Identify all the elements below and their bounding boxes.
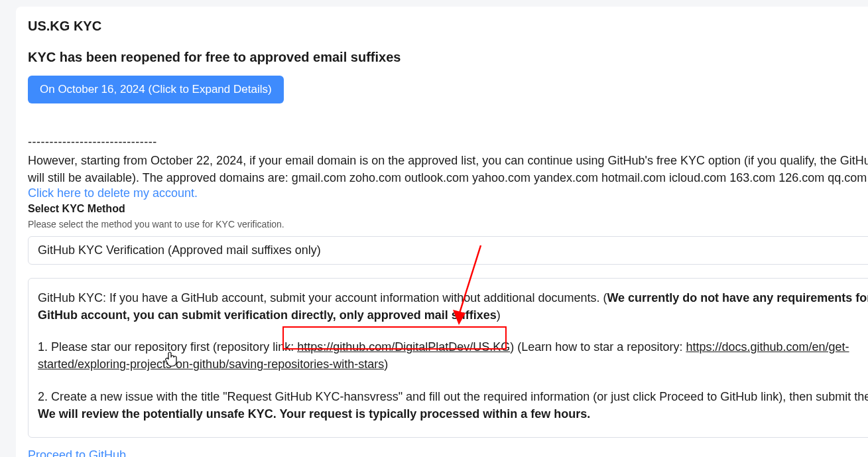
delete-account-link[interactable]: Click here to delete my account. <box>28 186 198 200</box>
expand-details-button[interactable]: On October 16, 2024 (Click to Expand Det… <box>28 76 284 103</box>
kyc-info-paragraph: However, starting from October 22, 2024,… <box>28 152 868 186</box>
instruction-intro: GitHub KYC: If you have a GitHub account… <box>38 289 868 324</box>
proceed-to-github-link[interactable]: Proceed to GitHub <box>28 448 126 457</box>
divider: ------------------------------ <box>28 135 868 149</box>
kyc-instruction-box: GitHub KYC: If you have a GitHub account… <box>28 278 868 438</box>
page-title: US.KG KYC <box>28 19 868 34</box>
instruction-step2: 2. Create a new issue with the title "Re… <box>38 388 868 423</box>
kyc-card: US.KG KYC KYC has been reopened for free… <box>16 7 868 457</box>
repo-link[interactable]: https://github.com/DigitalPlatDev/US.KG <box>297 340 510 354</box>
kyc-method-selected-value: GitHub KYC Verification (Approved mail s… <box>38 243 321 257</box>
subtitle: KYC has been reopened for free to approv… <box>28 50 868 65</box>
instruction-step1: 1. Please star our repository first (rep… <box>38 338 868 373</box>
kyc-method-select[interactable]: GitHub KYC Verification (Approved mail s… <box>28 236 868 265</box>
select-kyc-label: Select KYC Method <box>28 203 868 215</box>
select-kyc-help: Please select the method you want to use… <box>28 219 868 229</box>
